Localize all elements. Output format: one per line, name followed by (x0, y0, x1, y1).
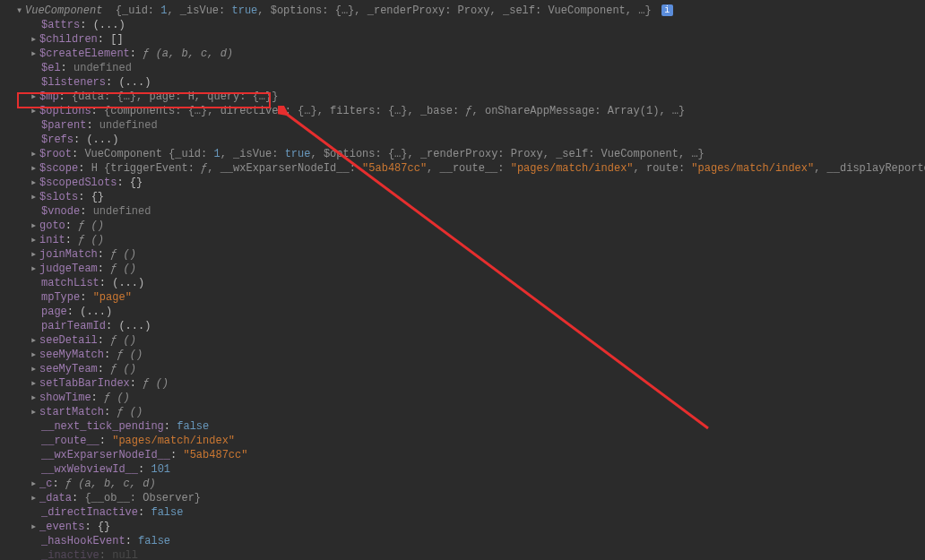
property-row[interactable]: seeMyMatch: ƒ () (5, 348, 925, 362)
property-row[interactable]: __wxExparserNodeId__: "5ab487cc" (5, 448, 925, 462)
expand-arrow-icon[interactable] (30, 520, 39, 534)
property-row[interactable]: seeDetail: ƒ () (5, 333, 925, 348)
expand-arrow-icon[interactable] (30, 247, 39, 262)
property-row[interactable]: page: (...) (5, 305, 925, 319)
property-row[interactable]: seeMyTeam: ƒ () (5, 362, 925, 376)
property-value: "page" (93, 291, 132, 304)
property-key: judgeTeam (39, 263, 98, 275)
property-key: _inactive (41, 549, 99, 560)
expand-arrow-icon[interactable] (30, 176, 39, 190)
property-key: mpType (41, 291, 80, 304)
property-row[interactable]: showTime: ƒ () (5, 391, 925, 405)
expand-arrow-icon[interactable] (30, 405, 39, 419)
property-row[interactable]: $scope: H {triggerEvent: ƒ, __wxExparser… (5, 161, 925, 176)
property-value: ƒ (a, b, c, d) (143, 47, 233, 60)
property-row[interactable]: setTabBarIndex: ƒ () (5, 376, 925, 391)
property-row[interactable]: judgeTeam: ƒ () (5, 262, 925, 276)
property-row[interactable]: startMatch: ƒ () (5, 405, 925, 419)
property-row[interactable]: _hasHookEvent: false (5, 534, 925, 548)
property-row[interactable]: _inactive: null (5, 548, 925, 560)
property-row[interactable]: $slots: {} (5, 190, 925, 204)
property-key: showTime (39, 392, 91, 404)
property-row[interactable]: $scopedSlots: {} (5, 176, 925, 190)
property-row[interactable]: $listeners: (...) (5, 75, 925, 90)
property-row[interactable]: $el: undefined (5, 61, 925, 75)
expand-arrow-icon[interactable] (30, 219, 39, 233)
info-icon[interactable]: i (661, 4, 673, 16)
property-row[interactable]: goto: ƒ () (5, 219, 925, 233)
property-row[interactable]: _directInactive: false (5, 505, 925, 520)
expand-arrow-icon[interactable] (30, 104, 39, 118)
property-row[interactable]: mpType: "page" (5, 290, 925, 305)
property-row[interactable]: $children: [] (5, 32, 925, 47)
property-row[interactable]: _events: {} (5, 520, 925, 534)
property-row[interactable]: $root: VueComponent {_uid: 1, _isVue: tr… (5, 147, 925, 161)
expand-arrow-icon[interactable] (30, 233, 39, 247)
property-row[interactable]: $attrs: (...) (5, 18, 925, 32)
property-value: [] (110, 33, 123, 46)
property-row[interactable]: $parent: undefined (5, 118, 925, 133)
property-row[interactable]: __wxWebviewId__: 101 (5, 462, 925, 477)
property-value: (...) (118, 320, 151, 332)
property-value: 101 (151, 463, 170, 476)
expand-arrow-icon[interactable] (30, 491, 39, 505)
property-key: __route__ (41, 435, 99, 447)
expand-arrow-icon[interactable] (30, 362, 39, 376)
property-key: $el (41, 62, 61, 74)
property-key: $slots (39, 191, 78, 203)
expand-arrow-icon[interactable] (30, 333, 39, 348)
expand-arrow-icon[interactable] (30, 32, 39, 47)
property-value: ƒ () (143, 377, 169, 390)
property-value: undefined (73, 62, 132, 74)
property-value: false (151, 506, 183, 519)
property-row[interactable]: __route__: "pages/match/index" (5, 434, 925, 448)
property-row[interactable]: matchList: (...) (5, 276, 925, 290)
expand-arrow-icon[interactable] (30, 190, 39, 204)
property-row[interactable]: _c: ƒ (a, b, c, d) (5, 477, 925, 491)
property-key: __wxWebviewId__ (41, 463, 138, 476)
property-value: ƒ () (78, 220, 104, 232)
property-key: $vnode (41, 205, 80, 218)
property-key: startMatch (39, 406, 104, 418)
property-row[interactable]: pairTeamId: (...) (5, 319, 925, 333)
property-row[interactable]: _data: {__ob__: Observer} (5, 491, 925, 505)
property-row[interactable]: init: ƒ () (5, 233, 925, 247)
property-value: ƒ () (104, 392, 130, 404)
property-key: _hasHookEvent (41, 535, 125, 547)
property-key: $refs (41, 134, 73, 146)
property-row[interactable]: joinMatch: ƒ () (5, 247, 925, 262)
property-value: {} (130, 177, 143, 189)
property-key: seeMyMatch (39, 349, 104, 361)
expand-arrow-icon[interactable] (30, 90, 39, 104)
expand-arrow-icon[interactable] (30, 147, 39, 161)
expand-arrow-icon[interactable] (30, 477, 39, 491)
expand-arrow-icon[interactable] (30, 47, 39, 61)
property-key: seeMyTeam (39, 363, 98, 375)
property-row[interactable]: $refs: (...) (5, 133, 925, 147)
property-value: {} (91, 191, 104, 203)
property-key: $listeners (41, 76, 106, 89)
expand-arrow-icon[interactable] (30, 391, 39, 405)
property-key: matchList (41, 277, 99, 289)
property-value: false (138, 535, 170, 547)
property-row[interactable]: $vnode: undefined (5, 204, 925, 219)
property-row[interactable]: $options: {components: {…}, directives: … (5, 104, 925, 118)
property-row[interactable]: $createElement: ƒ (a, b, c, d) (5, 47, 925, 61)
property-key: $mp (39, 90, 59, 103)
property-row[interactable]: $mp: {data: {…}, page: H, query: {…}} (5, 90, 925, 104)
property-key: init (39, 234, 65, 246)
property-key: goto (39, 220, 65, 232)
expand-arrow-icon[interactable] (30, 262, 39, 276)
property-key: $children (39, 33, 98, 46)
property-value: ƒ () (78, 234, 104, 246)
property-row[interactable]: __next_tick_pending: false (5, 419, 925, 434)
property-value: ƒ () (110, 363, 136, 375)
property-value: {} (98, 521, 110, 533)
expand-arrow-icon[interactable] (16, 4, 25, 18)
expand-arrow-icon[interactable] (30, 348, 39, 362)
property-value: (...) (93, 19, 125, 31)
expand-arrow-icon[interactable] (30, 161, 39, 176)
header-brace: { (109, 4, 122, 17)
expand-arrow-icon[interactable] (30, 376, 39, 391)
object-header[interactable]: VueComponent {_uid: 1, _isVue: true, $op… (5, 4, 925, 18)
